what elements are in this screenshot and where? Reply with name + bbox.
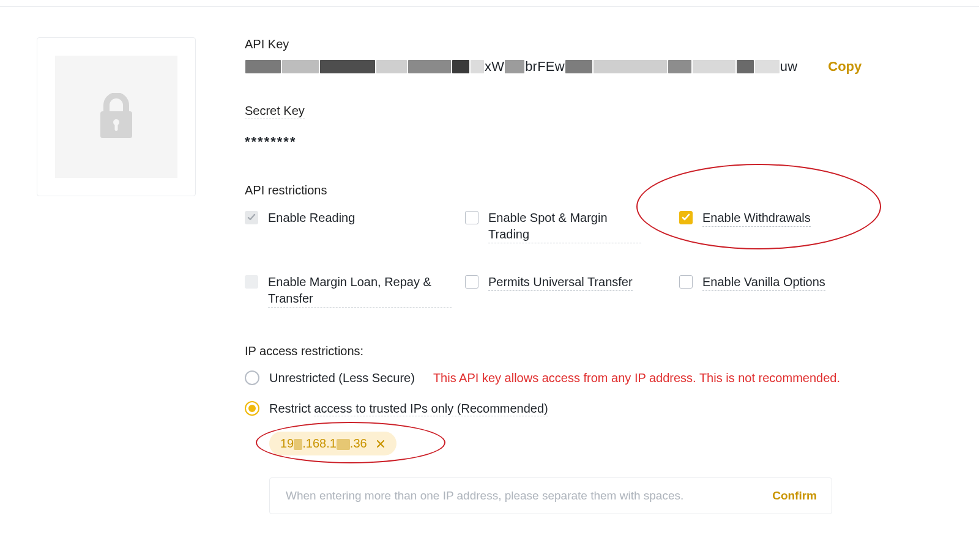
checkbox-box [245,211,258,224]
api-key-value: xW brFEw uw [245,59,797,75]
check-icon [247,213,256,222]
copy-api-key-button[interactable]: Copy [828,59,862,75]
api-icon-card [37,37,196,196]
checkbox-box [245,275,258,289]
checkbox-enable-withdrawals[interactable]: Enable Withdrawals [679,210,881,243]
annotation-ellipse-withdrawals [636,164,881,249]
checkbox-box [465,211,478,224]
checkbox-enable-margin-loan[interactable]: Enable Margin Loan, Repay & Transfer [245,274,459,308]
checkbox-box [679,275,693,289]
checkbox-enable-spot-margin[interactable]: Enable Spot & Margin Trading [465,210,673,243]
checkbox-label: Permits Universal Transfer [488,274,633,291]
ip-input[interactable] [285,488,760,503]
checkbox-label: Enable Withdrawals [702,210,811,227]
secret-key-label: Secret Key [245,104,305,119]
checkbox-enable-reading[interactable]: Enable Reading [245,210,459,243]
checkbox-enable-vanilla-options[interactable]: Enable Vanilla Options [679,274,881,308]
radio-button [245,401,259,416]
api-key-label: API Key [245,37,942,51]
checkbox-box [465,275,478,289]
checkbox-box [679,211,693,224]
radio-restrict[interactable]: Restrict access to trusted IPs only (Rec… [245,401,942,416]
checkbox-permits-universal-transfer[interactable]: Permits Universal Transfer [465,274,673,308]
checkbox-label: Enable Margin Loan, Repay & Transfer [268,274,452,308]
checkbox-label: Enable Vanilla Options [702,274,825,291]
ip-restrictions-heading: IP access restrictions: [245,344,942,358]
close-icon [376,440,385,448]
ip-chip-text: 19.168.1.36 [280,437,367,451]
unrestricted-warning: This API key allows access from any IP a… [433,371,840,385]
radio-label: Unrestricted (Less Secure) [269,371,415,385]
svg-rect-2 [115,123,118,131]
api-icon-inner [55,56,177,178]
checkbox-label: Enable Reading [268,210,355,226]
radio-unrestricted[interactable]: Unrestricted (Less Secure) This API key … [245,370,942,385]
confirm-button[interactable]: Confirm [772,489,817,503]
ip-chip[interactable]: 19.168.1.36 [269,432,396,455]
check-icon [682,213,690,222]
checkbox-label: Enable Spot & Margin Trading [488,210,641,243]
radio-button [245,370,259,385]
ip-input-row: Confirm [269,477,832,514]
radio-label: Restrict access to trusted IPs only (Rec… [269,402,548,416]
remove-ip-button[interactable] [376,439,385,449]
api-restrictions-heading: API restrictions [245,183,942,197]
secret-key-value: ******** [245,134,942,150]
lock-icon [98,93,135,141]
